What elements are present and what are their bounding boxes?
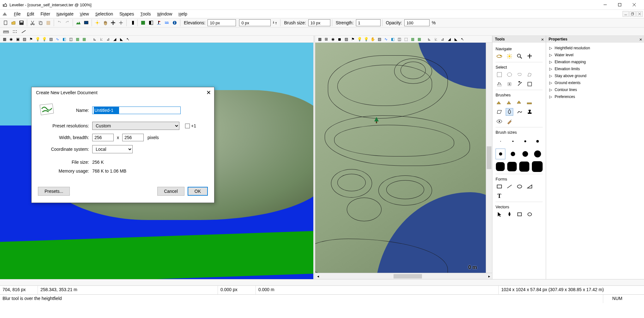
- angle3-icon[interactable]: ⊿: [105, 36, 111, 42]
- bulb2y-icon[interactable]: 💡: [356, 36, 363, 42]
- brush-32px[interactable]: [519, 161, 529, 172]
- menu-filter[interactable]: Filter: [37, 10, 53, 17]
- breadth-input[interactable]: [122, 134, 144, 141]
- maximize-button[interactable]: [612, 0, 627, 9]
- angle1-icon[interactable]: ⊾: [92, 36, 98, 42]
- brush-22px[interactable]: [533, 149, 543, 159]
- prop-water[interactable]: ▷Water level: [549, 52, 641, 58]
- brush-18px[interactable]: [521, 149, 530, 159]
- mdi-close[interactable]: [636, 11, 643, 17]
- brush-2px[interactable]: [508, 136, 518, 147]
- ang-b-icon[interactable]: ⟀: [433, 36, 439, 42]
- menu-view[interactable]: View: [77, 10, 92, 17]
- vector-pen-icon[interactable]: [506, 211, 513, 218]
- ruler-icon[interactable]: [3, 28, 9, 35]
- select-brush-icon[interactable]: [496, 80, 503, 88]
- grid2-icon[interactable]: ▦: [316, 36, 323, 42]
- flatten-brush-icon[interactable]: [526, 99, 533, 106]
- brush-3px[interactable]: [521, 136, 530, 147]
- pan-icon[interactable]: [526, 52, 533, 60]
- bulb-yellow-icon[interactable]: 💡: [34, 36, 41, 42]
- paint-icon[interactable]: [506, 118, 513, 125]
- name-input[interactable]: [92, 107, 181, 114]
- preset-select[interactable]: Custom: [92, 122, 179, 130]
- tools-panel-close[interactable]: ×: [541, 37, 544, 42]
- lasso-icon[interactable]: [516, 71, 523, 78]
- view2d-canvas[interactable]: 0 m: [315, 43, 486, 273]
- pattern-bw-icon[interactable]: [147, 19, 155, 27]
- menu-window[interactable]: Window: [154, 10, 175, 17]
- erase-icon[interactable]: [496, 108, 503, 116]
- presets-button[interactable]: Presets...: [38, 187, 70, 196]
- hscrollbar[interactable]: ◂ ▸: [315, 273, 492, 279]
- angle2-icon[interactable]: ⟀: [98, 36, 105, 42]
- menu-help[interactable]: Help: [175, 10, 190, 17]
- light-icon[interactable]: [93, 19, 101, 27]
- bulb2-icon[interactable]: 💡: [363, 36, 369, 42]
- undo-icon[interactable]: [56, 19, 63, 27]
- eye-icon[interactable]: [496, 118, 503, 125]
- blur-icon[interactable]: [506, 108, 513, 116]
- sq3-icon[interactable]: ▩: [81, 36, 87, 42]
- layers-icon[interactable]: ▤: [48, 36, 54, 42]
- info-icon[interactable]: i: [171, 19, 178, 27]
- terrain-icon[interactable]: [75, 19, 82, 27]
- form-text-icon[interactable]: T: [496, 192, 503, 200]
- brushsize-input[interactable]: [308, 19, 330, 26]
- g1-icon[interactable]: ▦: [409, 36, 416, 42]
- hand-icon[interactable]: [101, 19, 109, 27]
- hand2-icon[interactable]: ✋: [370, 36, 376, 42]
- gradient-icon[interactable]: [128, 19, 136, 27]
- ptr2-icon[interactable]: ↖: [459, 36, 466, 42]
- bulb-icon[interactable]: 💡: [41, 36, 47, 42]
- brush-34px[interactable]: [532, 161, 543, 172]
- ang-a-icon[interactable]: ⊾: [426, 36, 432, 42]
- form-line-icon[interactable]: [506, 183, 513, 190]
- width-input[interactable]: [92, 134, 114, 141]
- plus1-checkbox[interactable]: [185, 124, 190, 128]
- menu-shapes[interactable]: Shapes: [116, 10, 137, 17]
- wave-small-icon[interactable]: ∿: [54, 36, 61, 42]
- brush-10px[interactable]: [496, 149, 505, 159]
- prop-contour[interactable]: ▷Contour lines: [549, 86, 641, 93]
- dialog-close-button[interactable]: ✕: [206, 89, 211, 96]
- ang-e-icon[interactable]: ◣: [453, 36, 459, 42]
- ok-button[interactable]: OK: [188, 187, 208, 196]
- save-icon[interactable]: [18, 19, 25, 27]
- grid-icon[interactable]: ▦: [1, 36, 8, 42]
- split-icon[interactable]: ⊞: [323, 36, 329, 42]
- prop-ground[interactable]: ▷Ground extents: [549, 79, 641, 86]
- brush-1px[interactable]: [496, 136, 505, 147]
- move-icon[interactable]: [109, 19, 117, 27]
- cancel-button[interactable]: Cancel: [157, 187, 184, 196]
- strength-input[interactable]: [356, 19, 381, 26]
- prop-elevlimits[interactable]: ▷Elevation limits: [549, 65, 641, 72]
- crosshair-icon[interactable]: [117, 19, 125, 27]
- form-triangle-icon[interactable]: [526, 183, 533, 190]
- vscrollbar[interactable]: [486, 43, 492, 273]
- select-color-icon[interactable]: [526, 80, 533, 88]
- clip-icon[interactable]: ▣: [15, 36, 21, 42]
- minimize-button[interactable]: [598, 0, 612, 9]
- sq1-icon[interactable]: ◫: [68, 36, 74, 42]
- zoom-icon[interactable]: [516, 52, 523, 60]
- form-rect-icon[interactable]: [496, 183, 503, 190]
- checker-icon[interactable]: ▨: [21, 36, 27, 42]
- smudge-icon[interactable]: [516, 108, 523, 116]
- ang-c-icon[interactable]: ⊿: [439, 36, 446, 42]
- brush-28px[interactable]: [496, 161, 505, 172]
- vector-rect-icon[interactable]: [516, 211, 523, 218]
- elevation-low-input[interactable]: [239, 19, 271, 26]
- prop-elevmap[interactable]: ▷Elevation mapping: [549, 58, 641, 65]
- pointer2-icon[interactable]: ↖: [125, 36, 131, 42]
- menu-navigate[interactable]: Navigate: [53, 10, 77, 17]
- paste-icon[interactable]: [45, 19, 52, 27]
- vector-pointer-icon[interactable]: [496, 211, 503, 218]
- menu-edit[interactable]: Edit: [24, 10, 37, 17]
- ang-d-icon[interactable]: ◢: [446, 36, 452, 42]
- raise-brush-icon[interactable]: [496, 99, 503, 106]
- water-flag-icon[interactable]: [155, 19, 163, 27]
- lower-brush-icon[interactable]: [516, 99, 523, 106]
- brush-30px[interactable]: [507, 161, 517, 172]
- cut-icon[interactable]: [29, 19, 36, 27]
